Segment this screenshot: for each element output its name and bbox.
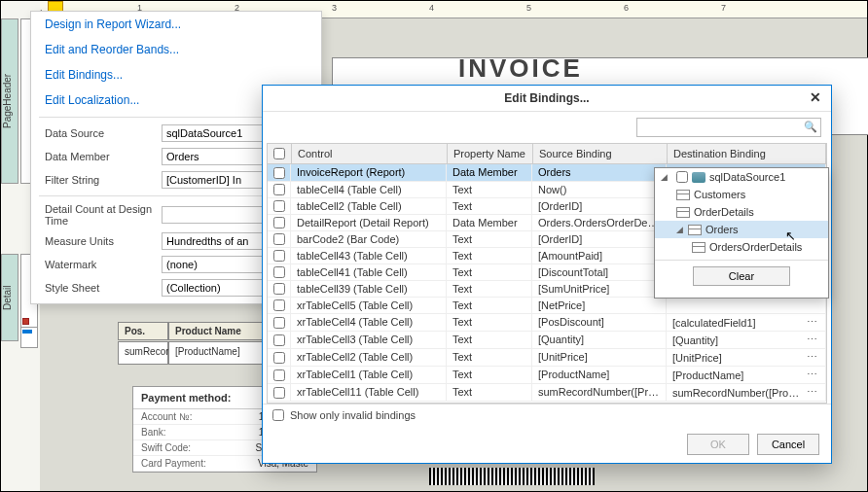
row-checkbox[interactable]	[273, 299, 285, 311]
tree-node-customers[interactable]: Customers	[655, 186, 828, 203]
search-input[interactable]	[636, 118, 821, 137]
cell-destination[interactable]: [ProductName]⋯	[667, 367, 826, 383]
cell-source: Orders	[532, 164, 667, 181]
ellipsis-button[interactable]: ⋯	[804, 386, 819, 399]
row-checkbox[interactable]	[273, 317, 285, 329]
col-header-control[interactable]: Control	[292, 144, 448, 163]
footer-option-row: Show only invalid bindings	[263, 404, 831, 426]
row-checkbox[interactable]	[273, 250, 285, 262]
grid-row[interactable]: xrTableCell11 (Table Cell)TextsumRecordN…	[268, 384, 826, 402]
link-design-wizard[interactable]: Design in Report Wizard...	[31, 12, 321, 37]
cell-destination[interactable]	[667, 298, 826, 313]
col-header-check[interactable]	[268, 144, 292, 163]
link-edit-bands[interactable]: Edit and Reorder Bands...	[31, 37, 321, 62]
cell-source: [OrderID]	[532, 198, 667, 214]
cell-property: Text	[447, 264, 532, 280]
ellipsis-button[interactable]: ⋯	[804, 316, 819, 329]
ruler-tick: 5	[526, 3, 531, 13]
ruler-tick: 3	[332, 3, 337, 13]
row-checkbox[interactable]	[273, 217, 285, 228]
cell-destination[interactable]: [calculatedField1]⋯	[667, 314, 826, 331]
row-checkbox[interactable]	[273, 387, 285, 399]
ellipsis-button[interactable]: ⋯	[804, 351, 819, 364]
invoice-title-label[interactable]: INVOICE	[458, 53, 583, 84]
cell-property: Data Member	[447, 164, 532, 181]
tree-toggle-icon[interactable]: ◢	[676, 225, 688, 234]
row-checkbox[interactable]	[273, 167, 285, 179]
cell-property: Text	[447, 367, 532, 383]
row-checkbox-cell	[268, 248, 291, 264]
row-checkbox-cell	[268, 281, 291, 297]
destination-dropdown-tree[interactable]: ◢ sqlDataSource1 Customers OrderDetails …	[654, 167, 829, 299]
ellipsis-button[interactable]: ⋯	[804, 334, 819, 346]
tree-node-orders[interactable]: ◢ Orders	[655, 221, 828, 238]
dialog-close-button[interactable]: ✕	[810, 89, 821, 105]
barcode-control[interactable]	[429, 468, 595, 485]
cell-control: tableCell4 (Table Cell)	[291, 182, 447, 197]
cell-source: [AmountPaid]	[532, 248, 667, 264]
col-header-pos[interactable]: Pos.	[118, 322, 168, 340]
tree-node-label: Orders	[705, 224, 739, 235]
row-checkbox[interactable]	[273, 266, 285, 278]
tree-toggle-icon[interactable]: ◢	[661, 172, 672, 182]
col-header-source[interactable]: Source Binding	[533, 144, 668, 163]
dialog-title: Edit Bindings... ✕	[263, 86, 831, 112]
cell-source: Now()	[532, 182, 667, 197]
select-all-checkbox[interactable]	[273, 148, 285, 159]
cell-destination[interactable]: [Quantity]⋯	[667, 332, 826, 348]
ok-button[interactable]: OK	[687, 434, 749, 455]
col-header-destination[interactable]: Destination Binding	[668, 144, 826, 163]
row-checkbox[interactable]	[273, 233, 285, 245]
ellipsis-button[interactable]: ⋯	[804, 369, 819, 381]
cell-control: xrTableCell2 (Table Cell)	[291, 349, 447, 366]
grid-row[interactable]: xrTableCell1 (Table Cell)Text[ProductNam…	[268, 367, 826, 384]
cell-productname[interactable]: [ProductName]	[168, 341, 275, 365]
row-checkbox[interactable]	[273, 334, 285, 346]
row-checkbox-cell	[268, 231, 291, 247]
cell-property: Text	[447, 314, 532, 331]
cell-control: xrTableCell11 (Table Cell)	[291, 384, 447, 401]
cell-destination[interactable]: sumRecordNumber([ProductName⋯	[667, 384, 826, 401]
show-invalid-checkbox[interactable]	[272, 409, 284, 421]
tree-node-datasource[interactable]: ◢ sqlDataSource1	[655, 168, 828, 186]
row-checkbox[interactable]	[273, 200, 285, 212]
tree-node-orderdetails[interactable]: OrderDetails	[655, 203, 828, 221]
row-checkbox[interactable]	[273, 352, 285, 364]
grid-row[interactable]: xrTableCell2 (Table Cell)Text[UnitPrice]…	[268, 349, 826, 367]
section-tab-pageheader[interactable]: PageHeader	[1, 18, 18, 184]
cell-property: Text	[447, 198, 532, 214]
search-icon: 🔍	[804, 121, 817, 133]
cancel-button[interactable]: Cancel	[757, 434, 819, 455]
detail-grid-header: Pos. Product Name	[118, 322, 275, 340]
tree-clear-button[interactable]: Clear	[693, 266, 790, 286]
cell-property: Text	[447, 332, 532, 348]
col-header-product[interactable]: Product Name	[168, 322, 275, 340]
row-checkbox[interactable]	[273, 369, 285, 381]
row-checkbox-cell	[268, 349, 291, 366]
row-checkbox-cell	[268, 367, 291, 383]
cell-pos[interactable]: sumRecor	[118, 341, 168, 365]
row-checkbox[interactable]	[273, 283, 285, 295]
cell-control: DetailReport (Detail Report)	[291, 215, 447, 230]
cell-control: tableCell43 (Table Cell)	[291, 248, 447, 264]
col-header-property[interactable]: Property Name	[448, 144, 533, 163]
tree-node-checkbox[interactable]	[676, 171, 688, 183]
row-checkbox-cell	[268, 198, 291, 214]
destination-text: [calculatedField1]	[672, 317, 804, 329]
cell-property: Text	[447, 281, 532, 297]
cell-source: [Quantity]	[532, 332, 667, 348]
grid-row[interactable]: xrTableCell5 (Table Cell)Text[NetPrice]	[268, 298, 826, 314]
section-tab-detail[interactable]: Detail	[1, 254, 18, 341]
cell-control: xrTableCell3 (Table Cell)	[291, 332, 447, 348]
tree-node-ordersorderdetails[interactable]: OrdersOrderDetails	[655, 238, 828, 256]
cell-destination[interactable]: [UnitPrice]⋯	[667, 349, 826, 366]
cell-control: tableCell2 (Table Cell)	[291, 198, 447, 214]
row-checkbox[interactable]	[273, 184, 285, 195]
row-checkbox-cell	[268, 314, 291, 331]
band-marker-icon	[22, 330, 32, 334]
cell-source: [UnitPrice]	[532, 349, 667, 366]
grid-row[interactable]: xrTableCell4 (Table Cell)Text[PosDiscoun…	[268, 314, 826, 332]
cell-source: [SumUnitPrice]	[532, 281, 667, 297]
grid-row[interactable]: xrTableCell3 (Table Cell)Text[Quantity][…	[268, 332, 826, 349]
cell-source: [ProductName]	[532, 367, 667, 383]
